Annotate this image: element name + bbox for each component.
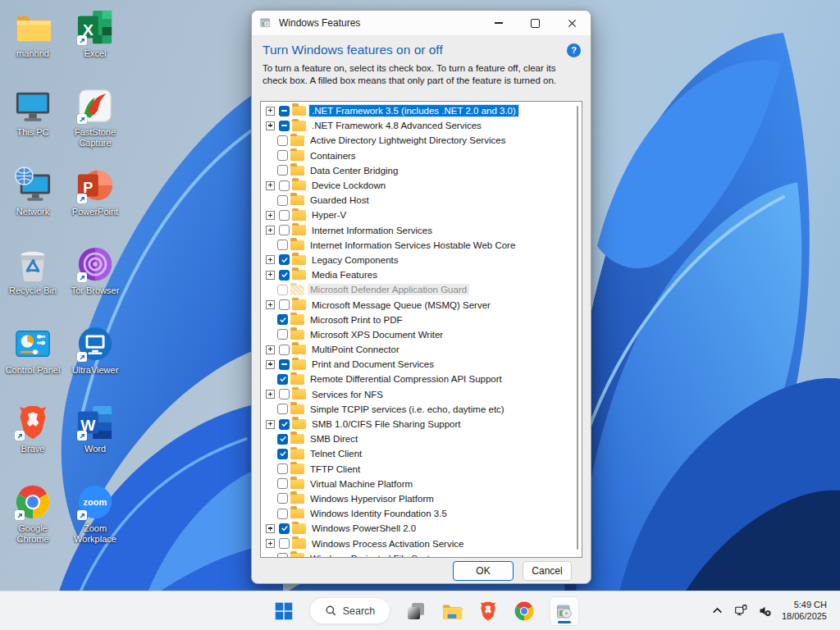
feature-checkbox[interactable] — [279, 389, 290, 399]
feature-row-telnet-client[interactable]: Telnet Client — [261, 446, 582, 461]
feature-row-services-for-nfs[interactable]: Services for NFS — [261, 387, 582, 402]
desktop-icon-manhnd[interactable]: manhnd — [2, 8, 64, 59]
dialog-titlebar[interactable]: Windows Features — [252, 11, 591, 35]
expander-plus-icon[interactable] — [266, 390, 275, 399]
feature-checkbox[interactable] — [279, 299, 290, 310]
feature-row-print-and-document-services[interactable]: Print and Document Services — [261, 357, 582, 372]
tray-chevron-up-icon[interactable] — [710, 604, 724, 618]
desktop-icon-control-panel[interactable]: Control Panel — [2, 325, 64, 376]
feature-row-windows-hypervisor-platform[interactable]: Windows Hypervisor Platform — [261, 491, 582, 506]
feature-checkbox[interactable] — [279, 210, 290, 221]
feature-row-internet-information-services[interactable]: Internet Information Services — [261, 223, 582, 238]
feature-checkbox[interactable] — [277, 150, 288, 161]
feature-row-legacy-components[interactable]: Legacy Components — [261, 253, 582, 267]
feature-row-microsoft-print-to-pdf[interactable]: Microsoft Print to PDF — [261, 313, 582, 327]
feature-checkbox[interactable] — [277, 329, 288, 340]
feature-checkbox[interactable] — [277, 509, 288, 519]
feature-row-tftp-client[interactable]: TFTP Client — [261, 462, 582, 477]
feature-checkbox[interactable] — [279, 121, 290, 131]
taskbar-search[interactable]: Search — [309, 597, 390, 624]
feature-row-internet-information-services-hostable-web-core[interactable]: Internet Information Services Hostable W… — [261, 238, 582, 253]
feature-checkbox[interactable] — [277, 404, 288, 414]
desktop-icon-network[interactable]: Network — [2, 167, 64, 217]
minimize-button[interactable] — [480, 11, 517, 35]
feature-row-active-directory-lightweight-directory-services[interactable]: Active Directory Lightweight Directory S… — [261, 133, 582, 148]
feature-checkbox[interactable] — [277, 463, 288, 474]
desktop-icon-tor-browser[interactable]: Tor Browser — [64, 245, 126, 296]
feature-checkbox[interactable] — [279, 254, 290, 265]
feature-row-smb-1-0-cifs-file-sharing-support[interactable]: SMB 1.0/CIFS File Sharing Support — [261, 417, 582, 431]
feature-checkbox[interactable] — [279, 538, 290, 549]
desktop-icon-this-pc[interactable]: This PC — [2, 87, 64, 138]
maximize-button[interactable] — [517, 11, 554, 35]
desktop-icon-recycle-bin[interactable]: Recycle Bin — [2, 245, 64, 296]
feature-checkbox[interactable] — [277, 314, 288, 325]
desktop-icon-powerpoint[interactable]: PPowerPoint — [64, 167, 126, 217]
feature-checkbox[interactable] — [279, 419, 290, 430]
feature-row-hyper-v[interactable]: Hyper-V — [261, 208, 582, 222]
feature-checkbox[interactable] — [279, 180, 290, 191]
feature-row-data-center-bridging[interactable]: Data Center Bridging — [261, 163, 582, 178]
feature-checkbox[interactable] — [277, 165, 288, 176]
expander-plus-icon[interactable] — [266, 345, 275, 354]
taskbar-item-file-explorer[interactable] — [441, 600, 463, 622]
feature-row-windows-powershell-2-0[interactable]: Windows PowerShell 2.0 — [261, 521, 582, 536]
clock[interactable]: 5:49 CH 18/06/2025 — [782, 600, 827, 622]
expander-plus-icon[interactable] — [266, 524, 275, 533]
feature-row-smb-direct[interactable]: SMB Direct — [261, 431, 582, 446]
taskbar-item-chrome[interactable] — [514, 600, 535, 622]
feature-checkbox[interactable] — [279, 270, 290, 281]
feature-checkbox[interactable] — [279, 345, 290, 355]
feature-row-virtual-machine-platform[interactable]: Virtual Machine Platform — [261, 477, 582, 491]
feature-row-microsoft-message-queue-msmq-server[interactable]: Microsoft Message Queue (MSMQ) Server — [261, 297, 582, 312]
expander-plus-icon[interactable] — [266, 539, 275, 548]
desktop-icon-excel[interactable]: XExcel — [64, 8, 126, 59]
feature-row-remote-differential-compression-api-support[interactable]: Remote Differential Compression API Supp… — [261, 372, 582, 386]
feature-checkbox[interactable] — [277, 449, 288, 459]
expander-plus-icon[interactable] — [266, 255, 275, 264]
feature-checkbox[interactable] — [279, 225, 290, 235]
desktop-icon-word[interactable]: WWord — [64, 404, 126, 454]
feature-row-microsoft-xps-document-writer[interactable]: Microsoft XPS Document Writer — [261, 327, 582, 342]
feature-checkbox[interactable] — [277, 493, 288, 504]
expander-plus-icon[interactable] — [266, 211, 275, 220]
ok-button[interactable]: OK — [453, 561, 514, 581]
expander-plus-icon[interactable] — [266, 107, 275, 116]
desktop-icon-ultraviewer[interactable]: UltraViewer — [64, 325, 126, 376]
feature-row-net-framework-4-8-advanced-services[interactable]: .NET Framework 4.8 Advanced Services — [261, 118, 582, 133]
desktop-icon-zoom-workplace[interactable]: zoomZoom Workplace — [64, 483, 126, 545]
feature-checkbox[interactable] — [279, 359, 290, 370]
feature-row-device-lockdown[interactable]: Device Lockdown — [261, 178, 582, 193]
feature-row-simple-tcpip-services-i-e-echo-daytime-etc[interactable]: Simple TCPIP services (i.e. echo, daytim… — [261, 402, 582, 417]
feature-row-net-framework-3-5-includes-net-2-0-and-3-0[interactable]: .NET Framework 3.5 (includes .NET 2.0 an… — [261, 103, 582, 118]
feature-checkbox[interactable] — [277, 478, 288, 489]
feature-row-windows-projected-file-system[interactable]: Windows Projected File System — [261, 551, 582, 558]
tray-network-icon[interactable] — [734, 604, 748, 618]
feature-row-windows-identity-foundation-3-5[interactable]: Windows Identity Foundation 3.5 — [261, 506, 582, 521]
feature-row-multipoint-connector[interactable]: MultiPoint Connector — [261, 342, 582, 357]
close-button[interactable] — [554, 11, 591, 35]
feature-row-microsoft-defender-application-guard[interactable]: Microsoft Defender Application Guard — [261, 282, 582, 297]
feature-checkbox[interactable] — [277, 553, 288, 558]
expander-plus-icon[interactable] — [266, 121, 275, 130]
expander-plus-icon[interactable] — [266, 300, 275, 309]
feature-checkbox[interactable] — [279, 523, 290, 534]
feature-checkbox[interactable] — [277, 240, 288, 250]
feature-row-containers[interactable]: Containers — [261, 148, 582, 163]
expander-plus-icon[interactable] — [266, 181, 275, 190]
feature-checkbox[interactable] — [277, 434, 288, 445]
feature-checkbox[interactable] — [279, 106, 290, 116]
expander-plus-icon[interactable] — [266, 420, 275, 429]
scrollbar-thumb[interactable] — [577, 106, 579, 550]
expander-plus-icon[interactable] — [266, 360, 275, 369]
feature-checkbox[interactable] — [277, 374, 288, 385]
feature-checkbox[interactable] — [277, 135, 288, 146]
desktop-icon-faststone-capture[interactable]: FastStone Capture — [64, 87, 126, 148]
feature-row-media-features[interactable]: Media Features — [261, 267, 582, 282]
tray-volume-muted-icon[interactable] — [758, 604, 772, 618]
taskbar-item-task-view[interactable] — [405, 600, 427, 622]
feature-checkbox[interactable] — [277, 195, 288, 206]
taskbar-item-start[interactable] — [273, 600, 294, 622]
feature-row-guarded-host[interactable]: Guarded Host — [261, 193, 582, 208]
feature-row-windows-process-activation-service[interactable]: Windows Process Activation Service — [261, 536, 582, 550]
